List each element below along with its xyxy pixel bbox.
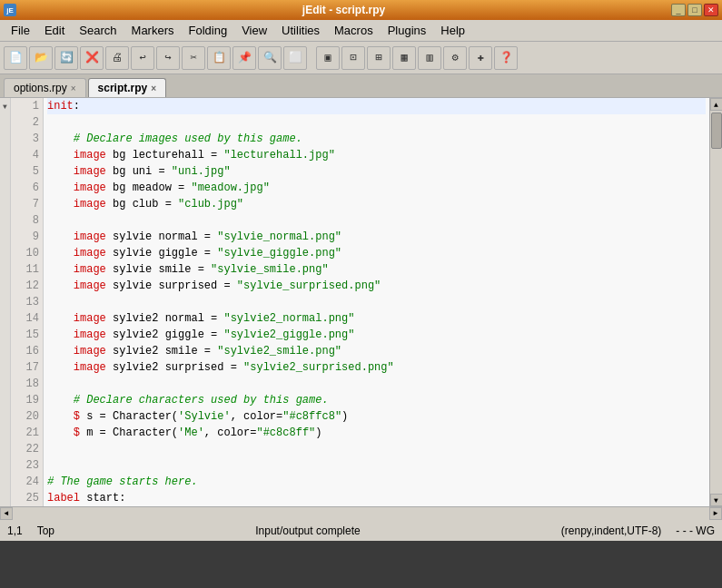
code-line-5[interactable]: image bg uni = "uni.jpg" (47, 163, 706, 180)
code-line-19[interactable]: # Declare characters used by this game. (47, 392, 706, 408)
code-line-17[interactable]: image sylvie2 surprised = "sylvie2_surpr… (47, 359, 706, 376)
copy-button[interactable]: 📋 (207, 46, 231, 70)
reload-button[interactable]: 🔄 (54, 46, 78, 70)
code-line-13[interactable] (47, 294, 706, 310)
scroll-up-arrow[interactable]: ▲ (710, 98, 723, 111)
token-string: "#c8c8ff" (256, 426, 315, 439)
code-line-24[interactable]: # The game starts here. (47, 474, 706, 490)
code-line-14[interactable]: image sylvie2 normal = "sylvie2_normal.p… (47, 310, 706, 327)
token-kw-image: image (74, 149, 106, 162)
view2-button[interactable]: ⊡ (341, 46, 365, 70)
tab-close-icon[interactable]: × (151, 83, 156, 93)
minimize-button[interactable]: _ (671, 4, 686, 16)
fold-marker-1[interactable]: ▼ (0, 98, 10, 114)
code-line-18[interactable] (47, 376, 706, 392)
code-line-9[interactable]: image sylvie normal = "sylvie_normal.png… (47, 229, 706, 245)
token-comment: # Declare images used by this game. (47, 132, 302, 145)
line-number-13: 13 (11, 294, 43, 310)
menu-item-folding[interactable]: Folding (182, 22, 235, 39)
code-line-15[interactable]: image sylvie2 giggle = "sylvie2_giggle.p… (47, 327, 706, 343)
find-replace-button[interactable]: ⬜ (283, 46, 307, 70)
token-plain: bg club = (106, 198, 178, 211)
fold-marker-25 (0, 490, 10, 506)
find-button[interactable]: 🔍 (258, 46, 282, 70)
status-message: Input/output complete (69, 524, 547, 537)
h-scroll-track[interactable] (13, 507, 709, 520)
menu-item-help[interactable]: Help (433, 22, 472, 39)
menu-item-markers[interactable]: Markers (124, 22, 182, 39)
scroll-down-arrow[interactable]: ▼ (710, 494, 723, 506)
open-file-button[interactable]: 📂 (29, 46, 53, 70)
scroll-thumb[interactable] (711, 113, 722, 149)
token-kw-image: image (74, 181, 106, 194)
code-line-8[interactable] (47, 212, 706, 229)
h-scrollbar[interactable]: ◄ ► (0, 506, 722, 519)
token-string: "lecturehall.jpg" (223, 149, 334, 162)
view5-button[interactable]: ▥ (418, 46, 441, 70)
menu-item-macros[interactable]: Macros (327, 22, 381, 39)
token-plain (47, 198, 74, 211)
line-number-11: 11 (11, 261, 43, 278)
code-line-10[interactable]: image sylvie giggle = "sylvie_giggle.png… (47, 245, 706, 261)
token-plain: sylvie normal = (106, 230, 217, 243)
code-line-6[interactable]: image bg meadow = "meadow.jpg" (47, 180, 706, 196)
tab-script_rpy[interactable]: script.rpy× (88, 78, 167, 97)
menu-item-view[interactable]: View (234, 22, 274, 39)
cut-button[interactable]: ✂ (182, 46, 205, 70)
h-scroll-right-arrow[interactable]: ► (709, 507, 722, 520)
tab-options_rpy[interactable]: options.rpy× (4, 78, 86, 97)
token-plain: sylvie2 giggle = (106, 328, 224, 341)
token-comment: # The game starts here. (47, 475, 198, 488)
token-string: "meadow.jpg" (191, 181, 269, 194)
code-line-3[interactable]: # Declare images used by this game. (47, 131, 706, 147)
code-line-22[interactable] (47, 441, 706, 457)
fold-marker-13 (0, 294, 10, 310)
plugin-button[interactable]: ✚ (469, 46, 492, 70)
close-window-button[interactable]: ✕ (704, 4, 718, 16)
menu-item-plugins[interactable]: Plugins (381, 22, 434, 39)
line-number-19: 19 (11, 392, 43, 408)
fold-marker-7 (0, 196, 10, 212)
token-kw-image: image (74, 279, 106, 292)
token-plain: sylvie smile = (106, 263, 211, 276)
view3-button[interactable]: ⊞ (367, 46, 391, 70)
new-file-button[interactable]: 📄 (4, 46, 27, 70)
h-scroll-left-arrow[interactable]: ◄ (0, 507, 13, 520)
menu-item-file[interactable]: File (4, 22, 37, 39)
fold-marker-12 (0, 278, 10, 294)
code-line-7[interactable]: image bg club = "club.jpg" (47, 196, 706, 212)
code-line-21[interactable]: $ m = Character('Me', color="#c8c8ff") (47, 425, 706, 441)
code-line-11[interactable]: image sylvie smile = "sylvie_smile.png" (47, 261, 706, 278)
code-line-23[interactable] (47, 457, 706, 474)
line-number-15: 15 (11, 327, 43, 343)
token-plain (47, 149, 74, 162)
token-plain (47, 279, 74, 292)
settings-button[interactable]: ⚙ (443, 46, 467, 70)
maximize-button[interactable]: □ (687, 4, 702, 16)
code-line-2[interactable] (47, 114, 706, 131)
line-number-4: 4 (11, 147, 43, 163)
token-plain: sylvie surprised = (106, 279, 237, 292)
tab-close-icon[interactable]: × (71, 83, 76, 93)
v-scrollbar[interactable]: ▲ ▼ (709, 98, 722, 506)
code-line-1[interactable]: init: (47, 98, 706, 114)
help-button[interactable]: ❓ (494, 46, 518, 70)
redo-button[interactable]: ↪ (156, 46, 180, 70)
view1-button[interactable]: ▣ (316, 46, 340, 70)
close-file-button[interactable]: ❌ (80, 46, 104, 70)
tabs: options.rpy×script.rpy× (0, 74, 722, 98)
jedit-icon: jE (4, 4, 16, 16)
menu-item-utilities[interactable]: Utilities (274, 22, 327, 39)
code-area[interactable]: init: # Declare images used by this game… (44, 98, 709, 506)
code-line-25[interactable]: label start: (47, 490, 706, 506)
paste-button[interactable]: 📌 (232, 46, 256, 70)
view4-button[interactable]: ▦ (392, 46, 416, 70)
code-line-16[interactable]: image sylvie2 smile = "sylvie2_smile.png… (47, 343, 706, 359)
print-button[interactable]: 🖨 (105, 46, 129, 70)
menu-item-edit[interactable]: Edit (37, 22, 72, 39)
code-line-4[interactable]: image bg lecturehall = "lecturehall.jpg" (47, 147, 706, 163)
code-line-20[interactable]: $ s = Character('Sylvie', color="#c8ffc8… (47, 408, 706, 425)
code-line-12[interactable]: image sylvie surprised = "sylvie_surpris… (47, 278, 706, 294)
menu-item-search[interactable]: Search (72, 22, 124, 39)
undo-button[interactable]: ↩ (131, 46, 154, 70)
